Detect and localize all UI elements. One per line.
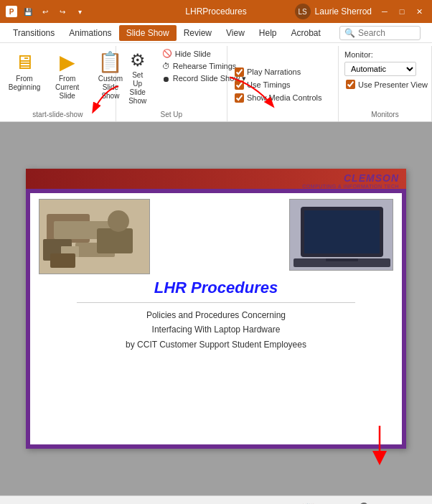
slide-container: CLEMSON COMPUTING & INFORMATION TECH <box>26 169 406 449</box>
use-timings-input[interactable] <box>235 80 244 90</box>
presenter-view-checkbox[interactable]: Use Presenter View <box>344 79 429 90</box>
from-current-button[interactable]: ▶ FromCurrent Slide <box>46 47 88 103</box>
slide-title: LHR Procedures <box>154 279 278 297</box>
slide-images-row <box>30 193 402 274</box>
rehearse-icon: ⏱ <box>162 62 170 70</box>
hide-slide-label: Hide Slide <box>175 50 211 58</box>
monitor-label: Monitor: <box>344 50 373 59</box>
slideshow-view-icon[interactable]: ▷ <box>319 500 329 504</box>
ribbon-group-setup: ⚙ Set UpSlide Show 🚫 Hide Slide ⏱ Rehear… <box>116 46 227 121</box>
quick-save-icon[interactable]: 💾 <box>22 5 34 18</box>
zoom-out-button[interactable]: − <box>334 501 345 504</box>
slide-body-text: Policies and Procedures Concerning Inter… <box>111 305 321 355</box>
use-timings-label: Use Timings <box>247 80 291 89</box>
customize-icon[interactable]: ▾ <box>73 5 86 18</box>
ribbon-group-checkboxes: Play Narrations Use Timings Show Media C… <box>227 46 339 121</box>
play-narrations-checkbox[interactable]: Play Narrations <box>233 67 324 78</box>
clemson-logo: CLEMSON COMPUTING & INFORMATION TECH <box>302 172 399 189</box>
svg-rect-13 <box>326 258 358 261</box>
menu-item-transitions[interactable]: Transitions <box>6 25 62 41</box>
play-narrations-input[interactable] <box>235 67 244 77</box>
svg-rect-8 <box>50 253 75 268</box>
right-image <box>289 199 393 271</box>
maximize-button[interactable]: □ <box>395 4 409 19</box>
normal-view-icon[interactable]: ▦ <box>271 500 283 504</box>
left-image <box>39 199 150 274</box>
use-timings-checkbox[interactable]: Use Timings <box>233 80 324 90</box>
notes-button[interactable]: ≡ Notes <box>6 501 42 504</box>
setup-label: Set UpSlide Show <box>128 71 148 106</box>
from-beginning-label: FromBeginning <box>9 75 40 92</box>
ribbon: 🖥 FromBeginning ▶ FromCurrent Slide 📋 Cu… <box>0 43 432 122</box>
from-beginning-button[interactable]: 🖥 FromBeginning <box>6 47 43 95</box>
right-image-svg <box>290 200 393 271</box>
from-current-label: FromCurrent Slide <box>52 75 83 101</box>
document-title: LHRProcedures <box>185 6 246 17</box>
menu-item-acrobat[interactable]: Acrobat <box>284 25 328 41</box>
search-icon: 🔍 <box>344 28 355 38</box>
monitor-play-icon: 🖥 <box>14 50 34 75</box>
record-icon: ⏺ <box>162 75 170 83</box>
presenter-view-label: Use Presenter View <box>358 80 428 89</box>
play-narrations-label: Play Narrations <box>247 67 301 76</box>
menu-item-view[interactable]: View <box>219 25 252 41</box>
slide-content-area: LHR Procedures Policies and Procedures C… <box>26 189 406 449</box>
view-icons: ▦ ⊞ 📖 ▷ <box>271 500 329 504</box>
hide-slide-icon: 🚫 <box>162 49 172 58</box>
status-left: ≡ Notes 🖥 Display Settings <box>6 501 124 504</box>
menu-bar: Transitions Animations Slide Show Review… <box>0 23 432 43</box>
search-box[interactable]: 🔍 <box>339 26 421 40</box>
monitors-content: Monitor: Automatic Use Presenter View <box>344 50 429 108</box>
undo-icon[interactable]: ↩ <box>39 5 52 18</box>
presenter-view-input[interactable] <box>346 80 355 89</box>
user-profile[interactable]: LS Laurie Sherrod <box>295 4 372 19</box>
svg-point-7 <box>108 210 129 232</box>
reading-view-icon[interactable]: 📖 <box>301 500 316 504</box>
search-area: 🔍 <box>334 26 426 40</box>
ribbon-group-start-slideshow: 🖥 FromBeginning ▶ FromCurrent Slide 📋 Cu… <box>0 46 116 121</box>
show-media-controls-input[interactable] <box>235 93 244 103</box>
monitor-row: Monitor: <box>344 50 373 59</box>
search-input[interactable] <box>358 28 415 38</box>
clemson-name: CLEMSON <box>302 172 399 184</box>
menu-item-help[interactable]: Help <box>252 25 284 41</box>
avatar: LS <box>295 4 311 19</box>
svg-rect-5 <box>97 228 133 253</box>
app-logo: P <box>6 6 17 17</box>
title-bar-right: LS Laurie Sherrod ─ □ ✕ <box>295 4 426 19</box>
ribbon-group-monitors: Monitor: Automatic Use Presenter View Mo… <box>339 46 432 121</box>
display-settings-button[interactable]: 🖥 Display Settings <box>48 501 124 504</box>
start-slideshow-group-label: start-slide-show <box>6 111 110 120</box>
set-up-slideshow-button[interactable]: ⚙ Set UpSlide Show <box>122 47 154 108</box>
close-button[interactable]: ✕ <box>412 4 426 19</box>
left-image-svg <box>39 200 150 274</box>
checkbox-group: Play Narrations Use Timings Show Media C… <box>233 67 324 103</box>
current-slide-icon: ▶ <box>60 50 75 75</box>
show-media-controls-checkbox[interactable]: Show Media Controls <box>233 93 324 103</box>
menu-item-review[interactable]: Review <box>177 25 219 41</box>
title-bar: P 💾 ↩ ↪ ▾ LHRProcedures LS Laurie Sherro… <box>0 0 432 23</box>
monitor-select[interactable]: Automatic <box>344 62 416 76</box>
menu-item-animations[interactable]: Animations <box>62 25 118 41</box>
status-bar: ≡ Notes 🖥 Display Settings ▦ ⊞ 📖 ▷ − + 7… <box>0 495 432 504</box>
minimize-button[interactable]: ─ <box>377 4 392 19</box>
zoom-controls: − + 73% <box>334 501 426 504</box>
clemson-subtitle: COMPUTING & INFORMATION TECH <box>302 184 399 189</box>
slide-sorter-icon[interactable]: ⊞ <box>286 500 298 504</box>
svg-rect-11 <box>304 210 380 253</box>
zoom-in-button[interactable]: + <box>394 501 405 504</box>
title-bar-left: P 💾 ↩ ↪ ▾ <box>6 5 86 18</box>
setup-group-label: Set Up <box>122 111 221 120</box>
window-controls: ─ □ ✕ <box>377 4 426 19</box>
redo-icon[interactable]: ↪ <box>56 5 69 18</box>
slide-divider <box>77 302 356 303</box>
show-media-controls-label: Show Media Controls <box>247 93 322 102</box>
monitors-group-label: Monitors <box>344 111 426 120</box>
main-content: CLEMSON COMPUTING & INFORMATION TECH <box>0 122 432 495</box>
start-slideshow-buttons: 🖥 FromBeginning ▶ FromCurrent Slide 📋 Cu… <box>6 47 129 108</box>
menu-item-slideshow[interactable]: Slide Show <box>119 25 177 41</box>
status-right: ▦ ⊞ 📖 ▷ − + 73% <box>271 500 426 504</box>
setup-icon: ⚙ <box>130 50 146 71</box>
